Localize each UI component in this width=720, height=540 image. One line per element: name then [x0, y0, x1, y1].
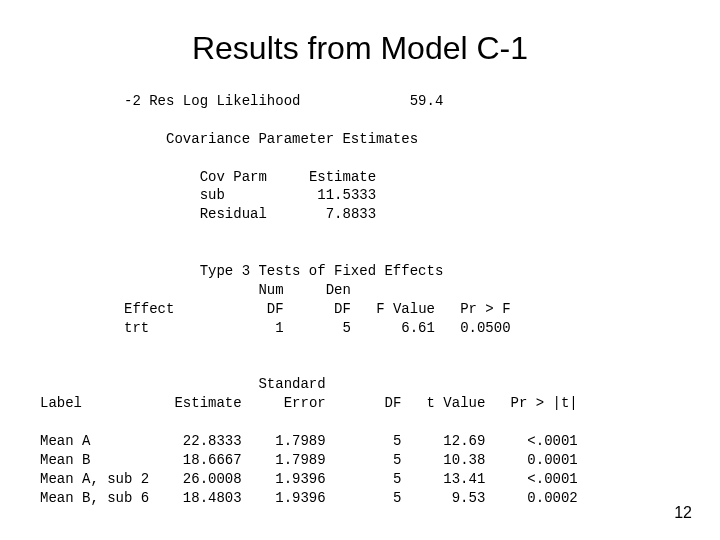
fit-stat-label: -2 Res Log Likelihood	[124, 93, 300, 109]
lsm-r1-label: Mean A	[40, 433, 90, 449]
cov-hdr-est: Estimate	[309, 169, 376, 185]
lsm-r3-est: 26.0008	[183, 471, 242, 487]
t3-hdr-fval: F Value	[376, 301, 435, 317]
lsm-r1-df: 5	[393, 433, 401, 449]
lsm-r1-se: 1.7989	[275, 433, 325, 449]
lsm-r2-df: 5	[393, 452, 401, 468]
lsm-r1-p: <.0001	[527, 433, 577, 449]
lsm-r3-se: 1.9396	[275, 471, 325, 487]
lsm-r4-t: 9.53	[452, 490, 486, 506]
t3-hdr-prf: Pr > F	[460, 301, 510, 317]
lsm-r2-t: 10.38	[443, 452, 485, 468]
cov-r1-est: 11.5333	[317, 187, 376, 203]
type3-title: Type 3 Tests of Fixed Effects	[200, 263, 444, 279]
lsm-hdr-tval: t Value	[427, 395, 486, 411]
lsm-hdr-prt: Pr > |t|	[511, 395, 578, 411]
lsm-r2-est: 18.6667	[183, 452, 242, 468]
lsm-r3-df: 5	[393, 471, 401, 487]
lsm-hdr-label: Label	[40, 395, 82, 411]
lsm-r4-se: 1.9396	[275, 490, 325, 506]
cov-section-title: Covariance Parameter Estimates	[166, 131, 418, 147]
lsm-r3-p: <.0001	[527, 471, 577, 487]
lsm-hdr-stderr: Error	[284, 395, 326, 411]
lsm-r3-label: Mean A, sub 2	[40, 471, 149, 487]
t3-row-effect: trt	[124, 320, 149, 336]
t3-row-numdf: 1	[275, 320, 283, 336]
lsm-r1-est: 22.8333	[183, 433, 242, 449]
page-number: 12	[674, 504, 692, 522]
lsm-r4-est: 18.4803	[183, 490, 242, 506]
lsm-r4-df: 5	[393, 490, 401, 506]
t3-dendf-top: Den	[326, 282, 351, 298]
lsm-r1-t: 12.69	[443, 433, 485, 449]
cov-hdr-parm: Cov Parm	[200, 169, 267, 185]
fit-stat-value: 59.4	[410, 93, 444, 109]
lsm-r2-se: 1.7989	[275, 452, 325, 468]
cov-r2-est: 7.8833	[326, 206, 376, 222]
page-title: Results from Model C-1	[40, 30, 680, 67]
lsm-r3-t: 13.41	[443, 471, 485, 487]
lsm-r2-label: Mean B	[40, 452, 90, 468]
t3-row-prf: 0.0500	[460, 320, 510, 336]
cov-r2-parm: Residual	[200, 206, 267, 222]
t3-row-dendf: 5	[342, 320, 350, 336]
lsm-r4-label: Mean B, sub 6	[40, 490, 149, 506]
lsm-hdr-stderr-top: Standard	[258, 376, 325, 392]
lsm-hdr-est: Estimate	[174, 395, 241, 411]
t3-numdf-top: Num	[258, 282, 283, 298]
output-block: -2 Res Log Likelihood 59.4 Covariance Pa…	[40, 92, 680, 508]
lsm-r4-p: 0.0002	[527, 490, 577, 506]
t3-hdr-numdf: DF	[267, 301, 284, 317]
t3-hdr-dendf: DF	[334, 301, 351, 317]
t3-row-fval: 6.61	[401, 320, 435, 336]
t3-hdr-effect: Effect	[124, 301, 174, 317]
lsm-hdr-df: DF	[385, 395, 402, 411]
cov-r1-parm: sub	[200, 187, 225, 203]
lsm-r2-p: 0.0001	[527, 452, 577, 468]
